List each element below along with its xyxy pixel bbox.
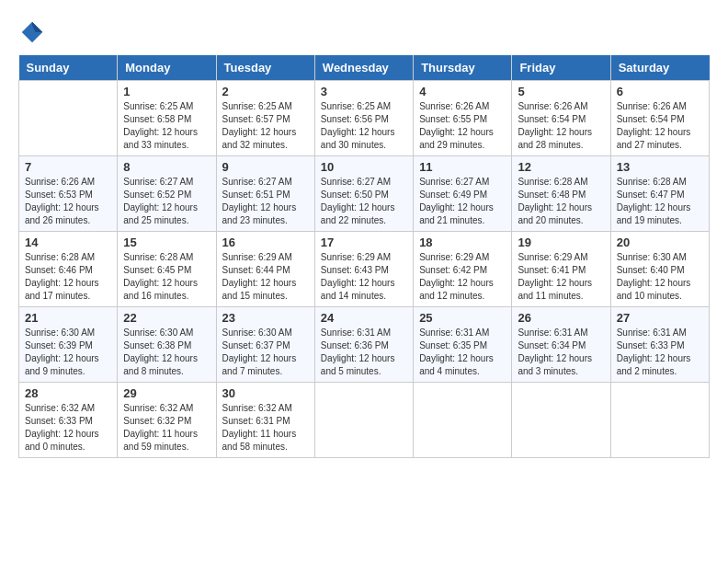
day-number: 9: [222, 160, 309, 174]
logo-icon: [18, 18, 46, 46]
calendar-cell: 21Sunrise: 6:30 AMSunset: 6:39 PMDayligh…: [19, 307, 118, 383]
day-info: Sunrise: 6:26 AMSunset: 6:55 PMDaylight:…: [419, 100, 506, 152]
calendar-cell: 4Sunrise: 6:26 AMSunset: 6:55 PMDaylight…: [414, 81, 512, 156]
calendar-cell: 13Sunrise: 6:28 AMSunset: 6:47 PMDayligh…: [610, 156, 709, 232]
day-number: 11: [419, 160, 506, 174]
calendar-cell: 7Sunrise: 6:26 AMSunset: 6:53 PMDaylight…: [19, 156, 118, 232]
day-info: Sunrise: 6:26 AMSunset: 6:54 PMDaylight:…: [518, 100, 604, 152]
day-number: 20: [617, 236, 703, 249]
day-info: Sunrise: 6:29 AMSunset: 6:44 PMDaylight:…: [222, 251, 309, 303]
weekday-header: Saturday: [610, 55, 709, 81]
calendar-cell: 2Sunrise: 6:25 AMSunset: 6:57 PMDaylight…: [216, 81, 314, 156]
calendar-cell: [610, 383, 709, 458]
day-number: 1: [123, 85, 210, 98]
day-number: 6: [617, 85, 703, 98]
day-number: 26: [518, 311, 604, 325]
calendar-cell: 1Sunrise: 6:25 AMSunset: 6:58 PMDaylight…: [118, 81, 216, 156]
calendar-body: 1Sunrise: 6:25 AMSunset: 6:58 PMDaylight…: [19, 81, 710, 458]
day-info: Sunrise: 6:25 AMSunset: 6:56 PMDaylight:…: [321, 100, 407, 152]
day-number: 13: [617, 160, 703, 174]
day-info: Sunrise: 6:29 AMSunset: 6:43 PMDaylight:…: [321, 251, 407, 303]
calendar-cell: [414, 383, 512, 458]
day-info: Sunrise: 6:29 AMSunset: 6:42 PMDaylight:…: [419, 251, 506, 303]
day-info: Sunrise: 6:30 AMSunset: 6:40 PMDaylight:…: [617, 251, 703, 303]
weekday-header: Thursday: [414, 55, 512, 81]
day-number: 16: [222, 236, 309, 249]
day-number: 14: [25, 236, 111, 249]
weekday-header: Friday: [512, 55, 610, 81]
calendar-cell: 12Sunrise: 6:28 AMSunset: 6:48 PMDayligh…: [512, 156, 610, 232]
day-info: Sunrise: 6:27 AMSunset: 6:50 PMDaylight:…: [321, 176, 407, 227]
calendar-cell: 18Sunrise: 6:29 AMSunset: 6:42 PMDayligh…: [414, 232, 512, 307]
day-number: 17: [321, 236, 407, 249]
logo: [18, 18, 50, 46]
day-info: Sunrise: 6:26 AMSunset: 6:53 PMDaylight:…: [25, 176, 111, 227]
day-info: Sunrise: 6:32 AMSunset: 6:31 PMDaylight:…: [222, 402, 309, 454]
weekday-header: Wednesday: [314, 55, 413, 81]
calendar-cell: 20Sunrise: 6:30 AMSunset: 6:40 PMDayligh…: [610, 232, 709, 307]
calendar-cell: 25Sunrise: 6:31 AMSunset: 6:35 PMDayligh…: [414, 307, 512, 383]
day-number: 7: [25, 160, 111, 174]
calendar-cell: 27Sunrise: 6:31 AMSunset: 6:33 PMDayligh…: [610, 307, 709, 383]
day-number: 22: [123, 311, 210, 325]
calendar-cell: 5Sunrise: 6:26 AMSunset: 6:54 PMDaylight…: [512, 81, 610, 156]
calendar-cell: 6Sunrise: 6:26 AMSunset: 6:54 PMDaylight…: [610, 81, 709, 156]
calendar-week-row: 1Sunrise: 6:25 AMSunset: 6:58 PMDaylight…: [19, 81, 710, 156]
calendar-cell: 29Sunrise: 6:32 AMSunset: 6:32 PMDayligh…: [118, 383, 216, 458]
day-number: 28: [25, 386, 111, 400]
calendar-cell: 28Sunrise: 6:32 AMSunset: 6:33 PMDayligh…: [19, 383, 118, 458]
weekday-header: Tuesday: [216, 55, 314, 81]
calendar-week-row: 28Sunrise: 6:32 AMSunset: 6:33 PMDayligh…: [19, 383, 710, 458]
day-number: 29: [123, 386, 210, 400]
calendar-cell: 19Sunrise: 6:29 AMSunset: 6:41 PMDayligh…: [512, 232, 610, 307]
day-number: 19: [518, 236, 604, 249]
calendar-cell: 9Sunrise: 6:27 AMSunset: 6:51 PMDaylight…: [216, 156, 314, 232]
weekday-header: Monday: [118, 55, 216, 81]
calendar-week-row: 14Sunrise: 6:28 AMSunset: 6:46 PMDayligh…: [19, 232, 710, 307]
day-info: Sunrise: 6:28 AMSunset: 6:47 PMDaylight:…: [617, 176, 703, 227]
day-info: Sunrise: 6:31 AMSunset: 6:34 PMDaylight:…: [518, 327, 604, 378]
day-info: Sunrise: 6:31 AMSunset: 6:36 PMDaylight:…: [321, 327, 407, 378]
day-info: Sunrise: 6:30 AMSunset: 6:38 PMDaylight:…: [123, 327, 210, 378]
day-number: 21: [25, 311, 111, 325]
day-number: 27: [617, 311, 703, 325]
day-info: Sunrise: 6:30 AMSunset: 6:39 PMDaylight:…: [25, 327, 111, 378]
day-info: Sunrise: 6:27 AMSunset: 6:51 PMDaylight:…: [222, 176, 309, 227]
calendar-cell: 24Sunrise: 6:31 AMSunset: 6:36 PMDayligh…: [314, 307, 413, 383]
calendar-cell: 3Sunrise: 6:25 AMSunset: 6:56 PMDaylight…: [314, 81, 413, 156]
day-info: Sunrise: 6:30 AMSunset: 6:37 PMDaylight:…: [222, 327, 309, 378]
calendar-cell: 8Sunrise: 6:27 AMSunset: 6:52 PMDaylight…: [118, 156, 216, 232]
day-number: 4: [419, 85, 506, 98]
day-info: Sunrise: 6:28 AMSunset: 6:48 PMDaylight:…: [518, 176, 604, 227]
calendar-header-row: SundayMondayTuesdayWednesdayThursdayFrid…: [19, 55, 710, 81]
day-info: Sunrise: 6:28 AMSunset: 6:45 PMDaylight:…: [123, 251, 210, 303]
calendar-table: SundayMondayTuesdayWednesdayThursdayFrid…: [18, 55, 710, 458]
day-number: 5: [518, 85, 604, 98]
day-number: 18: [419, 236, 506, 249]
day-info: Sunrise: 6:27 AMSunset: 6:52 PMDaylight:…: [123, 176, 210, 227]
day-info: Sunrise: 6:26 AMSunset: 6:54 PMDaylight:…: [617, 100, 703, 152]
calendar-cell: 16Sunrise: 6:29 AMSunset: 6:44 PMDayligh…: [216, 232, 314, 307]
day-number: 12: [518, 160, 604, 174]
calendar-cell: [314, 383, 413, 458]
day-info: Sunrise: 6:25 AMSunset: 6:57 PMDaylight:…: [222, 100, 309, 152]
day-info: Sunrise: 6:29 AMSunset: 6:41 PMDaylight:…: [518, 251, 604, 303]
calendar-week-row: 21Sunrise: 6:30 AMSunset: 6:39 PMDayligh…: [19, 307, 710, 383]
calendar-cell: 10Sunrise: 6:27 AMSunset: 6:50 PMDayligh…: [314, 156, 413, 232]
day-number: 8: [123, 160, 210, 174]
calendar-cell: 11Sunrise: 6:27 AMSunset: 6:49 PMDayligh…: [414, 156, 512, 232]
calendar-cell: [512, 383, 610, 458]
calendar-cell: 15Sunrise: 6:28 AMSunset: 6:45 PMDayligh…: [118, 232, 216, 307]
day-info: Sunrise: 6:31 AMSunset: 6:35 PMDaylight:…: [419, 327, 506, 378]
calendar-cell: 30Sunrise: 6:32 AMSunset: 6:31 PMDayligh…: [216, 383, 314, 458]
calendar-cell: 26Sunrise: 6:31 AMSunset: 6:34 PMDayligh…: [512, 307, 610, 383]
weekday-header: Sunday: [19, 55, 118, 81]
day-number: 30: [222, 386, 309, 400]
day-info: Sunrise: 6:32 AMSunset: 6:32 PMDaylight:…: [123, 402, 210, 454]
calendar-cell: 17Sunrise: 6:29 AMSunset: 6:43 PMDayligh…: [314, 232, 413, 307]
calendar-cell: 23Sunrise: 6:30 AMSunset: 6:37 PMDayligh…: [216, 307, 314, 383]
day-number: 24: [321, 311, 407, 325]
day-info: Sunrise: 6:27 AMSunset: 6:49 PMDaylight:…: [419, 176, 506, 227]
day-info: Sunrise: 6:28 AMSunset: 6:46 PMDaylight:…: [25, 251, 111, 303]
day-number: 23: [222, 311, 309, 325]
